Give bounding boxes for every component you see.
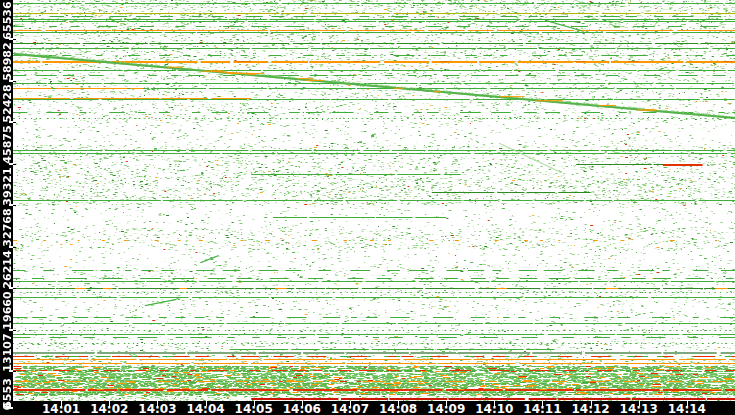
y-axis-tick-label: 65536 (1, 0, 14, 42)
y-axis-tick-mark (13, 164, 16, 165)
y-axis-tick-mark (13, 288, 16, 289)
y-axis-tick-label: 45875 (1, 123, 14, 167)
x-axis-tick-mark (591, 401, 592, 406)
y-axis-tick-label: 0 (1, 384, 14, 415)
y-axis-tick-mark (13, 39, 16, 40)
x-axis-tick-mark (446, 401, 447, 406)
scan-plot-canvas (13, 0, 735, 401)
x-axis-tick-mark (157, 401, 158, 406)
y-axis-tick-mark (13, 371, 16, 372)
y-axis-tick-label: 19660 (1, 289, 14, 333)
y-axis-tick-mark (13, 205, 16, 206)
y-axis-tick-mark (13, 408, 16, 409)
x-axis-tick-mark (350, 401, 351, 406)
x-axis-tick-mark (398, 401, 399, 406)
x-axis-tick-mark (254, 401, 255, 406)
x-axis-tick-mark (302, 401, 303, 406)
x-axis-tick-mark (109, 401, 110, 406)
y-axis-tick-label: 58982 (1, 40, 14, 84)
y-axis-tick-label: 52428 (1, 81, 14, 125)
y-axis-tick-mark (13, 122, 16, 123)
x-axis-tick-mark (639, 401, 640, 406)
y-axis-tick-mark (13, 81, 16, 82)
y-axis-tick-label: 26214 (1, 247, 14, 291)
x-axis-tick-mark (206, 401, 207, 406)
y-axis-tick-mark (13, 330, 16, 331)
scan-visualization-window: 6553658982524284587539321327682621419660… (0, 0, 735, 415)
y-axis-tick-label: 32768 (1, 206, 14, 250)
y-axis-tick-label: 39321 (1, 164, 14, 208)
x-axis-tick-mark (687, 401, 688, 406)
x-axis-tick-mark (542, 401, 543, 406)
x-axis-tick-mark (494, 401, 495, 406)
y-axis-tick-mark (13, 247, 16, 248)
y-axis-tick-label: 13107 (1, 330, 14, 374)
x-axis-tick-mark (61, 401, 62, 406)
